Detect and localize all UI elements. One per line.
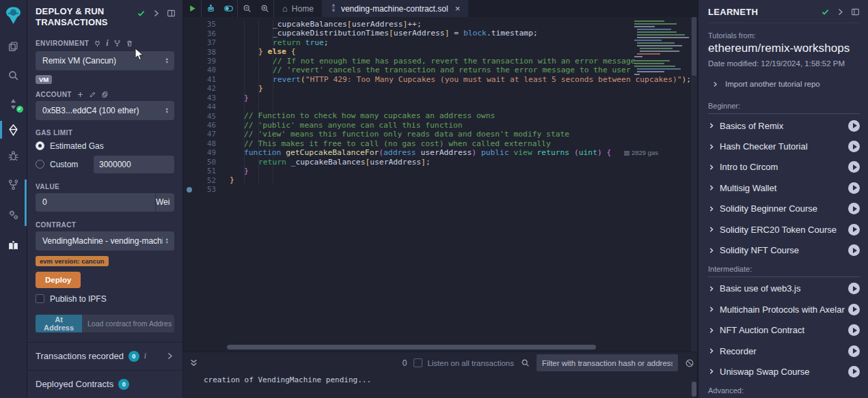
tutorial-item[interactable]: Solidity Beginner Course xyxy=(708,199,860,219)
terminal-transaction-row[interactable]: [vm] from: 0x5B3...eddC4 to: VendingMach… xyxy=(204,394,683,398)
source-control-icon[interactable] xyxy=(0,174,27,195)
collapse-terminal-icon[interactable] xyxy=(189,358,199,368)
tutorial-item[interactable]: Multisig Wallet xyxy=(708,177,860,198)
code-line[interactable]: _cupcakeDistributionTimes[userAddress] =… xyxy=(226,29,697,38)
gutter-line[interactable]: 48 xyxy=(183,139,226,148)
environment-select[interactable]: Remix VM (Cancun) ▲▼ xyxy=(36,51,174,70)
code-line[interactable]: } xyxy=(226,94,697,102)
tutorial-item[interactable]: Basic use of web3.js xyxy=(708,279,860,299)
code-line[interactable]: } xyxy=(226,175,697,184)
file-explorer-icon[interactable] xyxy=(0,36,27,57)
account-select[interactable]: 0x5B3...eddC4 (100 ether) ▲▼ xyxy=(36,101,174,120)
search-icon[interactable] xyxy=(0,65,27,85)
code-line[interactable]: } else { xyxy=(226,47,697,56)
panel-expand-icon[interactable] xyxy=(152,9,161,18)
remix-ai-icon[interactable] xyxy=(202,0,219,17)
gutter-line[interactable]: 50 xyxy=(183,158,226,167)
play-tutorial-button[interactable] xyxy=(848,141,860,152)
tab-file[interactable]: vending-machine-contract.sol × xyxy=(322,0,468,17)
listen-all-transactions-checkbox[interactable] xyxy=(413,358,422,367)
panel-scrollbar[interactable] xyxy=(25,180,27,226)
remix-logo-icon[interactable] xyxy=(0,2,27,28)
gutter-line[interactable]: 40 xyxy=(183,66,226,74)
terminal-search-icon[interactable] xyxy=(521,358,530,367)
copilot-toggle-icon[interactable] xyxy=(219,0,237,17)
code-line[interactable]: revert("HTTP 429: Too Many Cupcakes (you… xyxy=(226,75,697,84)
clear-terminal-icon[interactable] xyxy=(685,358,694,368)
value-unit-select[interactable]: Wei▲▼ xyxy=(155,193,174,212)
gutter-line[interactable]: 45 xyxy=(183,111,226,120)
gutter-line[interactable]: 39 xyxy=(183,57,226,66)
tutorial-item[interactable]: Solidity NFT Course xyxy=(708,240,860,260)
zoom-in-icon[interactable] xyxy=(256,0,273,17)
play-tutorial-button[interactable] xyxy=(848,182,860,194)
gutter-line[interactable]: 49 xyxy=(183,148,226,157)
solidity-compiler-icon[interactable]: ✓ xyxy=(0,94,27,114)
play-tutorial-button[interactable] xyxy=(848,244,860,256)
code-line[interactable] xyxy=(226,102,697,111)
deploy-run-icon[interactable] xyxy=(0,119,27,140)
delete-state-icon[interactable] xyxy=(126,40,133,47)
fork-state-icon[interactable] xyxy=(113,40,121,47)
gutter-line[interactable]: 37 xyxy=(183,38,226,47)
play-tutorial-button[interactable] xyxy=(848,283,860,294)
terminal-filter-input[interactable] xyxy=(537,354,678,371)
debugger-icon[interactable] xyxy=(0,145,27,166)
gutter-line[interactable]: 53 xyxy=(183,185,226,194)
play-tutorial-button[interactable] xyxy=(848,304,860,315)
tutorial-item[interactable]: Basics of Remix xyxy=(708,115,860,136)
play-tutorial-button[interactable] xyxy=(848,366,860,378)
tutorial-item[interactable]: Uniswap Swap Course xyxy=(708,361,860,382)
code-line[interactable]: function getCupcakeBalanceFor(address us… xyxy=(226,148,697,157)
panel-pin-icon[interactable] xyxy=(167,9,176,18)
at-address-button[interactable]: At Address xyxy=(36,315,82,332)
plugin-manager-icon[interactable] xyxy=(0,204,27,225)
add-account-icon[interactable] xyxy=(77,91,84,98)
at-address-input[interactable] xyxy=(82,315,174,332)
code-line[interactable] xyxy=(226,185,697,194)
terminal-scrollbar[interactable] xyxy=(692,382,696,397)
close-tab-icon[interactable]: × xyxy=(455,3,461,14)
code-line[interactable]: // 'view' means this function only reads… xyxy=(226,130,697,139)
code-line[interactable]: // If not enough time has passed, revert… xyxy=(226,57,697,66)
gutter-line[interactable]: 41 xyxy=(183,75,226,84)
publish-ipfs-checkbox[interactable] xyxy=(36,294,44,303)
play-tutorial-button[interactable] xyxy=(848,161,860,173)
gutter-line[interactable]: 38 xyxy=(183,47,226,56)
editor-vertical-scrollbar[interactable] xyxy=(691,17,697,352)
editor-minimap[interactable] xyxy=(630,18,690,76)
deploy-button[interactable]: Deploy xyxy=(36,272,81,288)
gutter-line[interactable]: 47 xyxy=(183,130,226,139)
editor-horizontal-scrollbar[interactable] xyxy=(227,345,596,350)
transactions-recorded-row[interactable]: Transactions recorded 0 i xyxy=(27,342,182,370)
tutorial-item[interactable]: Hash Checker Tutorial xyxy=(708,136,860,156)
gutter-line[interactable]: 52 xyxy=(183,175,226,184)
editor-code[interactable]: _cupcakeBalances[userAddress]++;_cupcake… xyxy=(226,17,697,352)
tutorial-item[interactable]: Intro to Circom xyxy=(708,157,860,177)
code-line[interactable]: // Function to check how many cupcakes a… xyxy=(226,111,697,120)
editor-gutter[interactable]: 35363738394041424344454647484950515253 xyxy=(183,17,226,352)
code-line[interactable]: return _cupcakeBalances[userAddress]; xyxy=(226,158,697,167)
run-script-icon[interactable] xyxy=(183,0,201,17)
value-input[interactable] xyxy=(36,193,155,212)
code-line[interactable]: return true; xyxy=(226,38,697,47)
play-tutorial-button[interactable] xyxy=(848,345,860,357)
play-tutorial-button[interactable] xyxy=(848,224,860,236)
gutter-line[interactable]: 46 xyxy=(183,121,226,130)
copy-account-icon[interactable] xyxy=(101,91,109,98)
environment-info-icon[interactable]: i xyxy=(106,38,109,48)
deployed-contracts-row[interactable]: Deployed Contracts 0 xyxy=(27,370,182,398)
learneth-icon[interactable] xyxy=(0,236,27,256)
custom-gas-radio[interactable] xyxy=(36,160,44,169)
gutter-line[interactable]: 43 xyxy=(183,94,226,102)
tutorial-item[interactable]: Recorder xyxy=(708,341,860,361)
custom-gas-input[interactable] xyxy=(94,156,174,173)
gutter-line[interactable]: 51 xyxy=(183,167,226,175)
learneth-expand-icon[interactable] xyxy=(836,8,845,16)
code-line[interactable]: // 'revert' cancels the transaction and … xyxy=(226,66,697,74)
code-editor[interactable]: 35363738394041424344454647484950515253 _… xyxy=(183,17,697,352)
learneth-pin-icon[interactable] xyxy=(851,8,860,16)
play-tutorial-button[interactable] xyxy=(848,203,860,214)
zoom-out-icon[interactable] xyxy=(238,0,256,17)
gutter-line[interactable]: 42 xyxy=(183,84,226,93)
